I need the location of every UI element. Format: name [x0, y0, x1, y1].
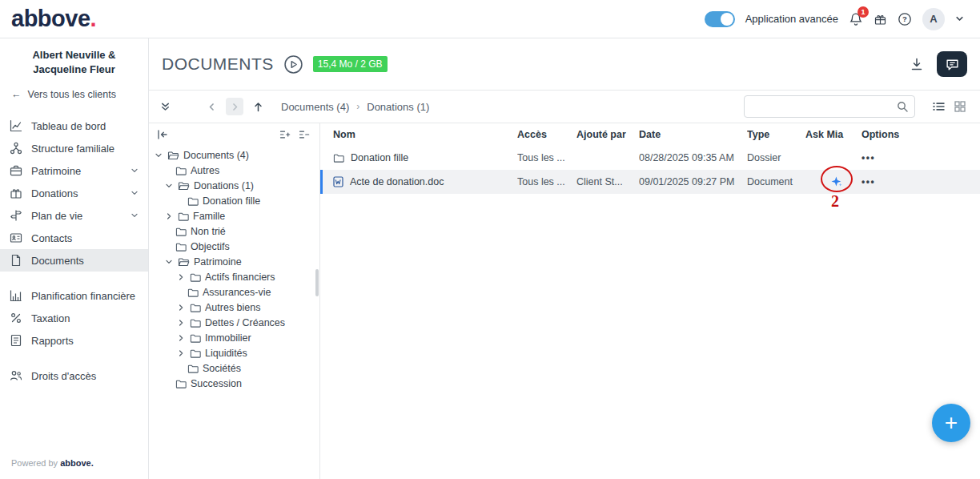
- column-header-date[interactable]: Date: [639, 129, 747, 140]
- collapse-panel-icon[interactable]: [157, 130, 168, 139]
- notification-badge: 1: [858, 6, 869, 18]
- sidebar-item-label: Contacts: [31, 232, 72, 244]
- tree-item[interactable]: Actifs financiers: [151, 269, 318, 284]
- table-row[interactable]: Acte de donation.doc Tous les ... Client…: [320, 170, 980, 194]
- row-options-button[interactable]: •••: [862, 176, 926, 187]
- row-options-button[interactable]: •••: [862, 152, 926, 163]
- comments-button[interactable]: [937, 51, 967, 77]
- sidebar-item-structure-familiale[interactable]: Structure familiale: [0, 137, 148, 159]
- file-added-by: Client St...: [576, 176, 639, 187]
- notifications-button[interactable]: 1: [849, 12, 863, 26]
- nav-up-button[interactable]: [253, 102, 263, 112]
- table-header: Nom Accès Ajouté par Date Type Ask Mia O…: [320, 123, 980, 146]
- sidebar-item-tableau-de-bord[interactable]: Tableau de bord: [0, 115, 148, 137]
- sidebar-item-taxation[interactable]: Taxation: [0, 307, 148, 329]
- expand-all-icon[interactable]: [279, 130, 291, 139]
- search-input[interactable]: [751, 100, 897, 113]
- tree-item[interactable]: Succession: [151, 376, 318, 391]
- avatar[interactable]: A: [922, 8, 945, 30]
- chevron-down-icon[interactable]: [131, 211, 139, 219]
- column-header-type[interactable]: Type: [747, 129, 805, 140]
- back-link-label: Vers tous les clients: [28, 89, 116, 100]
- breadcrumb: Documents (4) › Donations (1): [281, 101, 429, 113]
- tree-item[interactable]: Donations (1): [151, 178, 318, 193]
- tree-item[interactable]: Objectifs: [151, 239, 318, 254]
- collapse-all-icon[interactable]: [299, 130, 310, 139]
- chevron-right-icon[interactable]: [177, 304, 186, 312]
- tree-item[interactable]: Non trié: [151, 223, 318, 239]
- chevron-down-icon[interactable]: [131, 167, 139, 175]
- tree-item[interactable]: Documents (4): [151, 147, 318, 163]
- column-header-options[interactable]: Options: [862, 129, 926, 140]
- chevron-right-icon[interactable]: [165, 212, 174, 220]
- sidebar-item-contacts[interactable]: Contacts: [0, 227, 148, 249]
- back-to-clients-link[interactable]: ← Vers tous les clients: [0, 89, 148, 100]
- app-logo[interactable]: abbove.: [11, 6, 96, 32]
- chevron-down-icon[interactable]: [165, 258, 174, 266]
- dashboard-icon: [10, 119, 23, 132]
- column-header-ask-mia[interactable]: Ask Mia: [805, 129, 862, 140]
- sidebar-item-label: Structure familiale: [31, 143, 114, 155]
- file-type: Dossier: [747, 152, 805, 163]
- tree-item[interactable]: Immobilier: [151, 330, 318, 345]
- sidebar-item-donations[interactable]: Donations: [0, 182, 148, 204]
- file-table: Nom Accès Ajouté par Date Type Ask Mia O…: [320, 123, 980, 479]
- tree-item[interactable]: Sociétés: [151, 360, 318, 376]
- double-chevron-down-icon[interactable]: [160, 102, 171, 112]
- sidebar-item-rapports[interactable]: Rapports: [0, 329, 148, 352]
- file-type: Document: [747, 176, 805, 187]
- sidebar-item-droits-dacces[interactable]: Droits d'accès: [0, 364, 148, 387]
- play-tour-button[interactable]: [283, 54, 303, 74]
- tree-item-label: Patrimoine: [194, 256, 242, 268]
- tree-item[interactable]: Liquidités: [151, 345, 318, 360]
- topbar-actions: Application avancée 1 ? A: [705, 8, 964, 30]
- tree-item[interactable]: Dettes / Créances: [151, 315, 318, 330]
- open-folder-icon: [167, 151, 179, 160]
- search-box[interactable]: [744, 95, 915, 118]
- chevron-down-icon[interactable]: [131, 189, 139, 197]
- tree-scrollbar[interactable]: [315, 269, 319, 296]
- sidebar-nav: Tableau de bord Structure familiale Patr…: [0, 115, 148, 387]
- chevron-right-icon[interactable]: [177, 349, 186, 357]
- gift-button[interactable]: [874, 13, 887, 26]
- reports-icon: [10, 334, 23, 347]
- ask-mia-button[interactable]: [829, 175, 844, 189]
- add-button[interactable]: +: [932, 404, 970, 442]
- breadcrumb-item[interactable]: Documents (4): [281, 101, 349, 113]
- sidebar-item-plan-de-vie[interactable]: Plan de vie: [0, 204, 148, 227]
- sidebar-item-label: Documents: [31, 255, 84, 267]
- chevron-right-icon[interactable]: [177, 319, 186, 327]
- nav-forward-button[interactable]: [226, 98, 243, 115]
- chevron-right-icon[interactable]: [177, 334, 186, 342]
- tree-item-label: Succession: [191, 378, 242, 389]
- tree-item[interactable]: Famille: [151, 208, 318, 223]
- tree-item-label: Autres: [191, 165, 219, 176]
- tree-item[interactable]: Autres: [151, 163, 318, 178]
- chevron-down-icon[interactable]: [165, 182, 174, 190]
- column-header-acces[interactable]: Accès: [517, 129, 576, 140]
- download-button[interactable]: [910, 57, 924, 71]
- table-row[interactable]: Donation fille Tous les ... 08/28/2025 0…: [320, 146, 980, 170]
- sidebar-item-patrimoine[interactable]: Patrimoine: [0, 159, 148, 182]
- folder-icon: [175, 166, 187, 175]
- column-header-ajoute-par[interactable]: Ajouté par: [576, 129, 639, 140]
- sidebar-item-documents[interactable]: Documents: [0, 249, 148, 272]
- tree-item[interactable]: Autres biens: [151, 300, 318, 315]
- chevron-down-icon[interactable]: [155, 151, 163, 159]
- list-view-icon[interactable]: [933, 101, 945, 112]
- breadcrumb-item[interactable]: Donations (1): [367, 101, 429, 113]
- help-button[interactable]: ?: [898, 12, 912, 26]
- advanced-app-toggle[interactable]: [705, 11, 735, 27]
- open-folder-icon: [178, 181, 190, 191]
- chat-bubble-icon: [946, 58, 959, 71]
- chevron-right-icon[interactable]: [177, 273, 186, 281]
- nav-back-button[interactable]: [207, 103, 216, 111]
- grid-view-icon[interactable]: [954, 101, 966, 112]
- tree-item[interactable]: Assurances-vie: [151, 284, 318, 300]
- chevron-down-icon[interactable]: [955, 14, 964, 23]
- tree-item[interactable]: Donation fille: [151, 193, 318, 208]
- sidebar-item-planification-financiere[interactable]: Planification financière: [0, 284, 148, 307]
- tree-item[interactable]: Patrimoine: [151, 254, 318, 269]
- folder-icon: [187, 196, 199, 206]
- column-header-nom[interactable]: Nom: [320, 129, 517, 140]
